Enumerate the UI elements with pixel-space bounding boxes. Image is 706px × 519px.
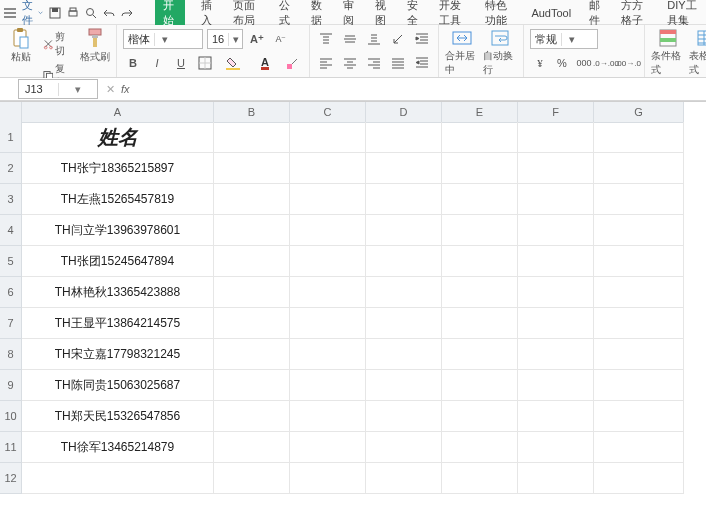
fx-cancel-icon[interactable]: ✕	[106, 83, 115, 96]
decrease-decimal-button[interactable]: .00→.0	[618, 54, 638, 72]
format-painter-button[interactable]: 格式刷	[79, 27, 110, 64]
cell[interactable]	[290, 184, 366, 215]
cell[interactable]	[594, 215, 684, 246]
row-header[interactable]: 11	[0, 432, 22, 463]
wrap-text-button[interactable]: 自动换行	[483, 27, 517, 77]
italic-button[interactable]: I	[147, 54, 167, 72]
cell[interactable]	[442, 339, 518, 370]
cell[interactable]	[442, 122, 518, 153]
cell[interactable]	[518, 277, 594, 308]
worksheet-grid[interactable]: ABCDEFG1姓名2TH张宁183652158973TH左燕152654578…	[0, 101, 706, 519]
align-middle-button[interactable]	[340, 30, 360, 48]
column-header[interactable]: B	[214, 102, 290, 123]
save-icon[interactable]	[49, 7, 61, 19]
cell[interactable]	[442, 432, 518, 463]
align-top-button[interactable]	[316, 30, 336, 48]
row-header[interactable]: 8	[0, 339, 22, 370]
clear-format-button[interactable]	[283, 54, 303, 72]
cell[interactable]	[442, 277, 518, 308]
cell[interactable]	[290, 401, 366, 432]
fx-icon[interactable]: fx	[121, 83, 130, 96]
cell[interactable]	[442, 215, 518, 246]
column-header[interactable]: D	[366, 102, 442, 123]
cell[interactable]	[594, 339, 684, 370]
cell[interactable]	[290, 463, 366, 494]
underline-button[interactable]: U	[171, 54, 191, 72]
shrink-font-button[interactable]: A⁻	[271, 30, 291, 48]
align-bottom-button[interactable]	[364, 30, 384, 48]
cell[interactable]	[290, 122, 366, 153]
cell[interactable]	[366, 432, 442, 463]
cell[interactable]	[594, 153, 684, 184]
cell[interactable]	[366, 153, 442, 184]
redo-icon[interactable]	[121, 7, 133, 19]
cell[interactable]	[518, 370, 594, 401]
column-header[interactable]: G	[594, 102, 684, 123]
cell[interactable]	[442, 370, 518, 401]
row-header[interactable]: 9	[0, 370, 22, 401]
column-header[interactable]: E	[442, 102, 518, 123]
cell[interactable]	[594, 308, 684, 339]
cell[interactable]: 姓名	[22, 122, 214, 153]
cell[interactable]: TH张宁18365215897	[22, 153, 214, 184]
cell[interactable]	[214, 122, 290, 153]
cell[interactable]	[518, 153, 594, 184]
column-header[interactable]: F	[518, 102, 594, 123]
cell[interactable]	[214, 184, 290, 215]
cell[interactable]	[594, 246, 684, 277]
align-center-button[interactable]	[340, 54, 360, 72]
cell[interactable]	[290, 432, 366, 463]
cell[interactable]	[594, 401, 684, 432]
cell[interactable]	[518, 401, 594, 432]
currency-button[interactable]: ¥	[530, 54, 550, 72]
cell[interactable]	[214, 370, 290, 401]
font-name-combo[interactable]: 楷体 ▾	[123, 29, 203, 49]
cell[interactable]	[594, 122, 684, 153]
cell[interactable]	[366, 370, 442, 401]
align-left-button[interactable]	[316, 54, 336, 72]
cell[interactable]	[290, 277, 366, 308]
cell[interactable]	[518, 308, 594, 339]
cell[interactable]	[442, 463, 518, 494]
cell[interactable]	[366, 463, 442, 494]
cell[interactable]	[442, 184, 518, 215]
cell[interactable]	[442, 246, 518, 277]
fill-color-button[interactable]	[219, 54, 247, 72]
cell[interactable]	[518, 432, 594, 463]
percent-button[interactable]: %	[552, 54, 572, 72]
column-header[interactable]: A	[22, 102, 214, 123]
cell[interactable]: TH王显平13864214575	[22, 308, 214, 339]
cell[interactable]	[214, 339, 290, 370]
cell[interactable]: TH林艳秋13365423888	[22, 277, 214, 308]
cell[interactable]	[366, 215, 442, 246]
cell[interactable]	[442, 153, 518, 184]
cell[interactable]	[366, 184, 442, 215]
cell[interactable]	[290, 308, 366, 339]
merge-center-button[interactable]: 合并居中	[445, 27, 479, 77]
justify-button[interactable]	[388, 54, 408, 72]
increase-indent-button[interactable]	[412, 30, 432, 48]
row-header[interactable]: 4	[0, 215, 22, 246]
conditional-format-button[interactable]: 条件格式	[651, 27, 685, 77]
cell[interactable]	[214, 401, 290, 432]
cell[interactable]	[214, 277, 290, 308]
comma-button[interactable]: 000	[574, 54, 594, 72]
font-size-combo[interactable]: 16 ▾	[207, 29, 243, 49]
decrease-indent-button[interactable]	[412, 54, 432, 72]
cell[interactable]	[290, 246, 366, 277]
row-header[interactable]: 6	[0, 277, 22, 308]
undo-icon[interactable]	[103, 7, 115, 19]
cell[interactable]	[366, 339, 442, 370]
menu-icon[interactable]	[4, 8, 16, 18]
name-box[interactable]: J13 ▾	[18, 79, 98, 99]
preview-icon[interactable]	[85, 7, 97, 19]
print-icon[interactable]	[67, 7, 79, 19]
cell[interactable]	[518, 339, 594, 370]
orientation-button[interactable]	[388, 30, 408, 48]
cell[interactable]	[214, 463, 290, 494]
cell[interactable]	[214, 246, 290, 277]
paste-button[interactable]: 粘贴	[6, 27, 37, 64]
cell[interactable]	[214, 215, 290, 246]
cell[interactable]	[366, 401, 442, 432]
cell[interactable]	[366, 246, 442, 277]
